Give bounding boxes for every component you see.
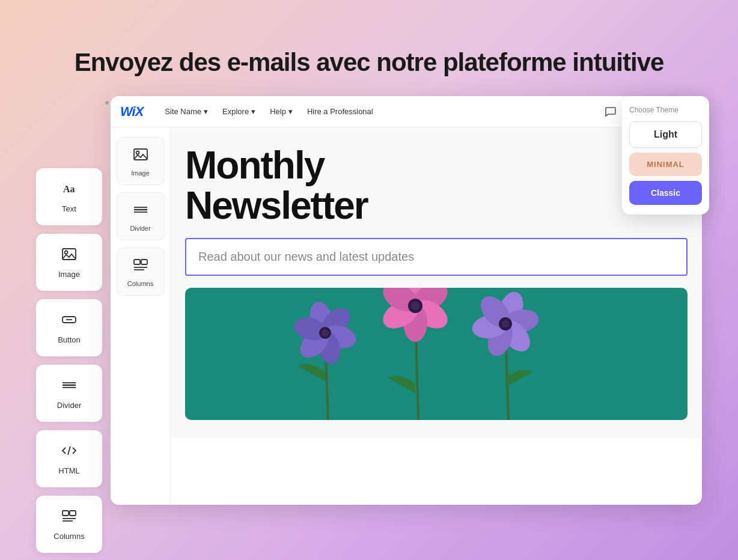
widget-divider-label: Divider [57,401,81,410]
svg-point-16 [136,151,139,154]
columns-icon [61,508,78,527]
widget-text[interactable]: Aa Text [36,168,102,225]
chevron-icon: ▾ [288,107,293,116]
theme-picker: Choose Theme Light MINIMAL Classic [622,96,709,215]
subtitle-box[interactable]: Read about our news and latest updates [185,238,688,276]
svg-rect-21 [141,260,147,264]
wix-nav: WiX Site Name ▾ Explore ▾ Help ▾ Hire a … [111,96,702,127]
divider-icon [61,377,78,396]
main-container: Aa Text Image But [36,96,702,524]
svg-rect-9 [63,511,69,516]
svg-rect-1 [63,249,76,260]
chevron-icon: ▾ [251,107,255,116]
image-icon [61,246,78,265]
widget-text-label: Text [62,204,76,213]
inner-widget-image[interactable]: Image [117,137,165,185]
theme-minimal-button[interactable]: MINIMAL [629,153,702,176]
left-sidebar: Aa Text Image But [36,168,102,553]
widget-columns[interactable]: Columns [36,496,102,553]
svg-rect-15 [134,149,147,160]
theme-light-button[interactable]: Light [629,121,702,148]
widget-divider[interactable]: Divider [36,365,102,422]
widget-html-label: HTML [58,466,79,475]
inner-widget-columns[interactable]: Columns [117,248,165,296]
inner-image-label: Image [131,169,150,177]
inner-image-icon [132,146,149,166]
page-title: Envoyez des e-mails avec notre plateform… [0,0,738,101]
wix-logo: WiX [120,104,143,120]
editor-inner-sidebar: Image Divider [111,127,171,505]
svg-point-51 [502,320,509,327]
widget-columns-label: Columns [53,532,84,541]
flower-image [185,288,688,420]
nav-explore[interactable]: Explore ▾ [215,103,263,120]
theme-classic-button[interactable]: Classic [629,181,702,205]
inner-widget-divider[interactable]: Divider [117,192,165,240]
html-icon [61,442,78,461]
svg-point-33 [322,329,329,336]
svg-text:Aa: Aa [63,184,75,194]
nav-hire[interactable]: Hire a Professional [300,103,380,120]
editor-frame: WiX Site Name ▾ Explore ▾ Help ▾ Hire a … [111,96,702,505]
button-icon [61,311,78,330]
inner-columns-label: Columns [127,280,153,287]
svg-rect-10 [70,511,76,516]
svg-rect-20 [134,260,140,264]
editor-body: Image Divider [111,127,702,505]
inner-columns-icon [132,257,149,276]
theme-picker-title: Choose Theme [629,106,702,114]
chat-icon[interactable] [601,102,620,121]
subtitle-text: Read about our news and latest updates [198,250,414,263]
nav-site-name[interactable]: Site Name ▾ [157,103,215,120]
newsletter-title: MonthlyNewsletter [185,145,688,226]
text-icon: Aa [61,180,78,199]
widget-image-label: Image [58,270,80,279]
svg-point-2 [65,251,68,254]
widget-button-label: Button [58,335,81,344]
inner-divider-icon [132,201,149,221]
svg-point-42 [411,302,419,310]
nav-help[interactable]: Help ▾ [263,103,300,120]
widget-button[interactable]: Button [36,299,102,356]
widget-html[interactable]: HTML [36,430,102,487]
chevron-icon: ▾ [204,107,208,116]
svg-line-8 [68,446,70,455]
inner-divider-label: Divider [130,225,150,232]
widget-image[interactable]: Image [36,234,102,291]
